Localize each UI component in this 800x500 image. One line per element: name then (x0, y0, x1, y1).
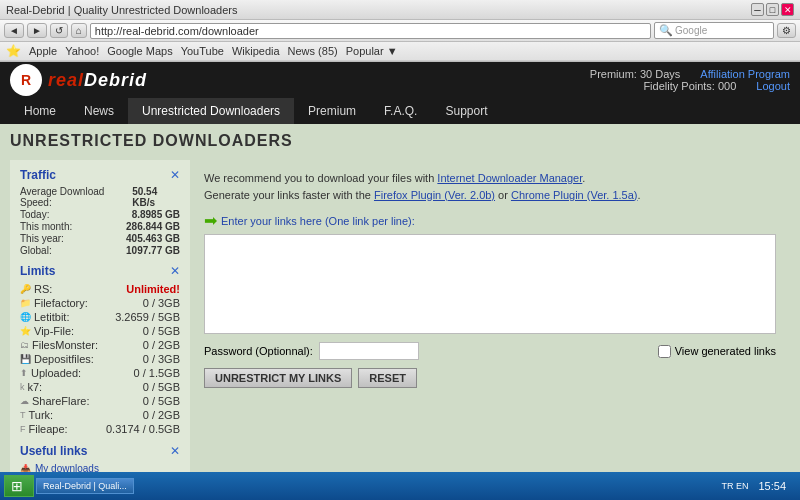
taskbar-icons: TR EN (721, 481, 748, 491)
search-icon: 🔍 (659, 24, 673, 37)
minimize-btn[interactable]: ─ (751, 3, 764, 16)
bookmark-popular[interactable]: Popular ▼ (346, 45, 398, 57)
enter-links-label: ➡ Enter your links here (One link per li… (204, 211, 776, 230)
taskbar-time: 15:54 (752, 480, 792, 492)
bookmark-google-maps[interactable]: Google Maps (107, 45, 172, 57)
reset-btn[interactable]: RESET (358, 368, 417, 388)
account-info: Premium: 30 Days Affiliation Program Fid… (590, 68, 790, 92)
nav-premium[interactable]: Premium (294, 98, 370, 124)
taskbar-browser[interactable]: Real-Debrid | Quali... (36, 478, 134, 494)
bookmark-apple[interactable]: Apple (29, 45, 57, 57)
unrestrict-btn[interactable]: UNRESTRICT MY LINKS (204, 368, 352, 388)
content-area: We recommend you to download your files … (190, 160, 790, 500)
traffic-icon[interactable]: ✕ (170, 168, 180, 182)
start-btn[interactable]: ⊞ (4, 475, 34, 497)
view-links-checkbox[interactable] (658, 345, 671, 358)
limits-icon[interactable]: ✕ (170, 264, 180, 278)
nav-news[interactable]: News (70, 98, 128, 124)
taskbar: ⊞ Real-Debrid | Quali... TR EN 15:54 (0, 472, 800, 500)
address-bar[interactable]: http://real-debrid.com/downloader (90, 23, 651, 39)
useful-links-icon[interactable]: ✕ (170, 444, 180, 458)
password-row: Password (Optionnal): View generated lin… (204, 342, 776, 360)
logout-link[interactable]: Logout (756, 80, 790, 92)
password-input[interactable] (319, 342, 419, 360)
bookmark-youtube[interactable]: YouTube (181, 45, 224, 57)
back-btn[interactable]: ◄ (4, 23, 24, 38)
firefox-plugin-link[interactable]: Firefox Plugin (Ver. 2.0b) (374, 189, 495, 201)
page-title: UNRESTRICTED DOWNLOADERS (10, 132, 790, 150)
bookmark-icon: ⭐ (6, 44, 21, 58)
action-buttons: UNRESTRICT MY LINKS RESET (204, 368, 776, 388)
fidelity-label: Fidelity Points: 000 (643, 80, 736, 92)
idm-link[interactable]: Internet Downloader Manager (437, 172, 582, 184)
premium-label: Premium: 30 Days (590, 68, 680, 80)
bookmarks-bar: ⭐ Apple Yahoo! Google Maps YouTube Wikip… (0, 42, 800, 61)
recommend-text: We recommend you to download your files … (204, 170, 776, 203)
maximize-btn[interactable]: □ (766, 3, 779, 16)
nav-faq[interactable]: F.A.Q. (370, 98, 431, 124)
browser-title: Real-Debrid | Quality Unrestricted Downl… (6, 4, 238, 16)
useful-links-title: Useful links (20, 444, 87, 458)
arrow-icon: ➡ (204, 211, 217, 230)
site-header: R realDebrid Premium: 30 Days Affiliatio… (0, 62, 800, 98)
sidebar: Traffic ✕ Average Download Speed:50.54 K… (10, 160, 190, 500)
forward-btn[interactable]: ► (27, 23, 47, 38)
view-links-check: View generated links (658, 345, 776, 358)
limits-list: 🔑 RS:Unlimited! 📁 Filefactory:0 / 3GB 🌐 … (20, 282, 180, 436)
links-textarea[interactable] (204, 234, 776, 334)
nav-downloaders[interactable]: Unrestricted Downloaders (128, 98, 294, 124)
traffic-stats: Average Download Speed:50.54 KB/s Today:… (20, 186, 180, 256)
close-btn[interactable]: ✕ (781, 3, 794, 16)
bookmark-wikipedia[interactable]: Wikipedia (232, 45, 280, 57)
bookmark-yahoo[interactable]: Yahoo! (65, 45, 99, 57)
nav-support[interactable]: Support (431, 98, 501, 124)
home-btn[interactable]: ⌂ (71, 23, 87, 38)
limits-title: Limits (20, 264, 55, 278)
password-label: Password (Optionnal): (204, 345, 313, 357)
nav-home[interactable]: Home (10, 98, 70, 124)
affiliation-link[interactable]: Affiliation Program (700, 68, 790, 80)
search-box[interactable]: 🔍 Google (654, 22, 774, 39)
nav-menu: Home News Unrestricted Downloaders Premi… (0, 98, 800, 124)
refresh-btn[interactable]: ↺ (50, 23, 68, 38)
site-logo: realDebrid (48, 70, 147, 91)
chrome-plugin-link[interactable]: Chrome Plugin (Ver. 1.5a) (511, 189, 638, 201)
settings-btn[interactable]: ⚙ (777, 23, 796, 38)
bookmark-news[interactable]: News (85) (288, 45, 338, 57)
traffic-title: Traffic (20, 168, 56, 182)
